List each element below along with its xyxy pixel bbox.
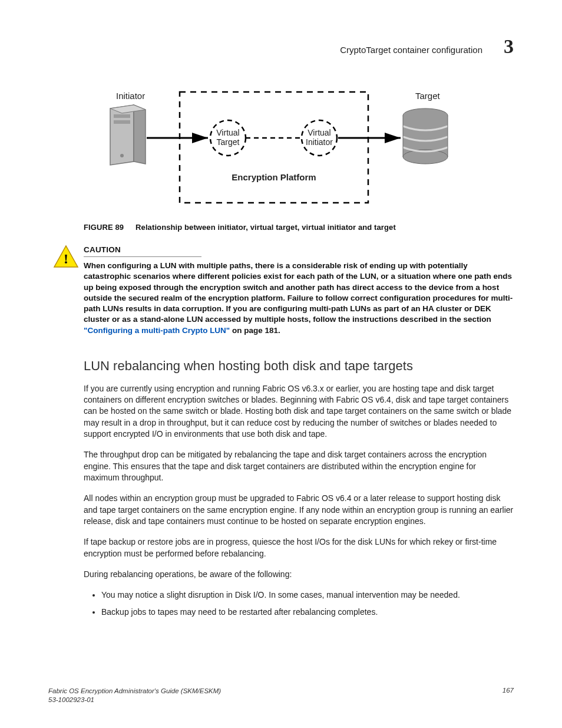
header-title: CryptoTarget container configuration bbox=[340, 45, 482, 55]
caution-title: CAUTION bbox=[84, 245, 201, 257]
list-item: Backup jobs to tapes may need to be rest… bbox=[101, 607, 514, 618]
section-para-3: All nodes within an encryption group mus… bbox=[84, 493, 514, 527]
label-initiator: Initiator bbox=[116, 91, 145, 101]
caution-link[interactable]: "Configuring a multi-path Crypto LUN" bbox=[84, 326, 230, 335]
section-heading: LUN rebalancing when hosting both disk a… bbox=[84, 358, 514, 374]
svg-point-2 bbox=[120, 154, 124, 157]
virtual-initiator-line2: Initiator bbox=[306, 137, 333, 147]
caution-text-pre: When configuring a LUN with multiple pat… bbox=[84, 261, 513, 324]
section-para-4: If tape backup or restore jobs are in pr… bbox=[84, 536, 514, 559]
virtual-target-line1: Virtual bbox=[216, 128, 239, 137]
virtual-initiator-line1: Virtual bbox=[308, 128, 330, 137]
caution-icon: ! bbox=[48, 245, 84, 268]
encryption-platform-box bbox=[180, 92, 368, 203]
caution-text-post: on page 181. bbox=[230, 326, 280, 335]
svg-text:!: ! bbox=[64, 251, 68, 266]
virtual-target-line2: Target bbox=[217, 137, 240, 147]
caution-body: CAUTION When configuring a LUN with mult… bbox=[84, 245, 514, 336]
section-para-5: During rebalancing operations, be aware … bbox=[84, 569, 514, 580]
section-para-2: The throughput drop can be mitigated by … bbox=[84, 449, 514, 483]
list-item: You may notice a slight disruption in Di… bbox=[101, 589, 514, 601]
figure-diagram: Initiator Target Virtual Target Virtual … bbox=[92, 86, 458, 216]
footer-book-title: Fabric OS Encryption Administrator's Gui… bbox=[48, 687, 221, 694]
svg-rect-1 bbox=[114, 120, 130, 124]
page-footer: Fabric OS Encryption Administrator's Gui… bbox=[48, 687, 514, 704]
figure-caption-label: FIGURE 89 bbox=[84, 223, 124, 232]
label-target: Target bbox=[415, 91, 441, 101]
platform-label: Encryption Platform bbox=[232, 172, 316, 182]
initiator-icon bbox=[110, 105, 146, 165]
section-para-1: If you are currently using encryption an… bbox=[84, 383, 514, 440]
figure-89: Initiator Target Virtual Target Virtual … bbox=[84, 86, 467, 232]
footer-page-number: 167 bbox=[503, 687, 514, 704]
figure-caption: FIGURE 89Relationship between initiator,… bbox=[84, 223, 467, 232]
bullet-list: You may notice a slight disruption in Di… bbox=[84, 589, 514, 618]
chapter-number: 3 bbox=[504, 35, 514, 58]
page-header: CryptoTarget container configuration 3 bbox=[48, 35, 514, 58]
svg-rect-0 bbox=[114, 114, 130, 118]
figure-caption-text: Relationship between initiator, virtual … bbox=[135, 223, 396, 232]
footer-doc-id: 53-1002923-01 bbox=[48, 696, 94, 703]
caution-block: ! CAUTION When configuring a LUN with mu… bbox=[48, 245, 514, 336]
target-icon bbox=[403, 108, 448, 164]
